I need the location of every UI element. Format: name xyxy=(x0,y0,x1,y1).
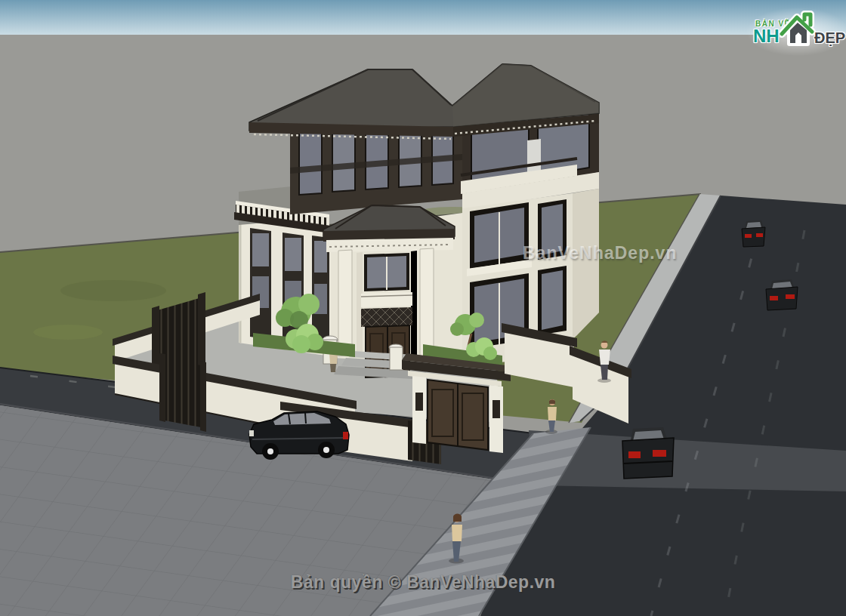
left-facade-window xyxy=(250,228,271,340)
sky xyxy=(0,0,846,35)
gate-pillar xyxy=(489,385,503,453)
logo-text-dep: ĐẸP xyxy=(814,29,845,47)
scene-3d-render xyxy=(0,0,846,616)
gate-doors xyxy=(428,380,488,450)
watermark-text: BanVeNhaDep.vn xyxy=(523,243,677,263)
entrance-statue xyxy=(389,344,403,370)
sketchup-render-viewport: BanVeNhaDep.vn BẢN VẼ NH ĐẸP Bản quyền ©… xyxy=(0,0,846,616)
footer-copyright: Bản quyền © BanVeNhaDep.vn xyxy=(0,572,846,593)
site-logo: BẢN VẼ NH ĐẸP xyxy=(751,9,846,53)
lattice-frieze xyxy=(361,307,412,327)
logo-text-nh: NH xyxy=(753,26,780,47)
side-gate xyxy=(402,353,511,453)
logo-house-icon xyxy=(780,11,816,50)
portico-column xyxy=(338,250,352,356)
front-fence-panel xyxy=(159,353,206,432)
